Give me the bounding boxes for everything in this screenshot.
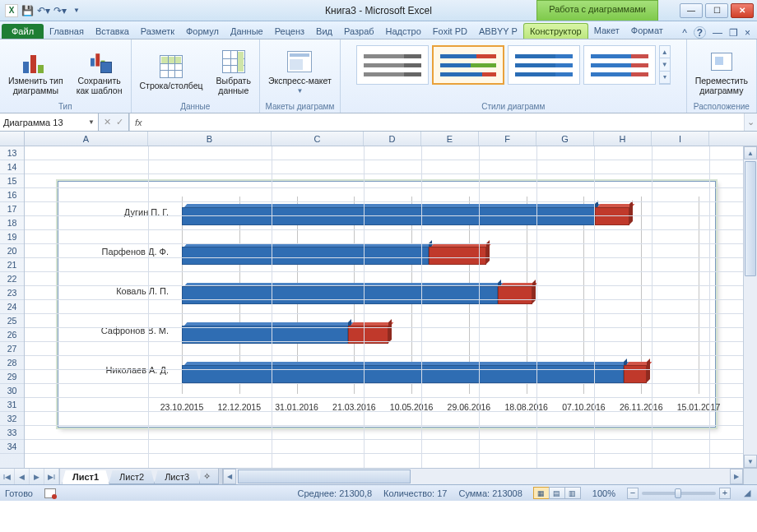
name-box[interactable]: Диаграмма 13 ▼ <box>0 113 99 131</box>
row-header-25[interactable]: 25 <box>0 314 24 328</box>
tab-Формул[interactable]: Формул <box>180 24 225 39</box>
qat-dropdown-icon[interactable]: ▼ <box>69 3 84 18</box>
chart-style-3[interactable] <box>508 45 580 85</box>
row-header-13[interactable]: 13 <box>0 146 24 160</box>
tab-Вставка[interactable]: Вставка <box>90 24 135 39</box>
sheet-tab-Лист1[interactable]: Лист1 <box>62 470 109 484</box>
minimize-ribbon-icon[interactable]: ^ <box>682 27 687 39</box>
view-normal-icon[interactable]: ▦ <box>533 487 550 499</box>
switch-row-column-button[interactable]: Строка/столбец <box>137 52 207 93</box>
zoom-slider-thumb[interactable] <box>675 488 681 498</box>
workbook-close-icon[interactable]: × <box>745 27 750 39</box>
redo-icon[interactable]: ↷▾ <box>53 3 67 18</box>
hscroll-thumb[interactable] <box>238 470 411 483</box>
row-header-31[interactable]: 31 <box>0 398 24 412</box>
row-header-17[interactable]: 17 <box>0 202 24 216</box>
save-icon[interactable]: 💾 <box>20 3 35 18</box>
row-header-33[interactable]: 33 <box>0 426 24 440</box>
tab-Разраб[interactable]: Разраб <box>338 24 380 39</box>
chart-style-4[interactable] <box>583 45 656 85</box>
column-header-D[interactable]: D <box>364 132 421 146</box>
new-sheet-button[interactable]: ✧ <box>199 470 219 484</box>
column-header-E[interactable]: E <box>421 132 479 146</box>
horizontal-scrollbar[interactable]: ◀ ▶ <box>223 469 743 484</box>
tab-Главная[interactable]: Главная <box>44 24 90 39</box>
tab-Конструктор[interactable]: Конструктор <box>523 23 588 39</box>
change-chart-type-button[interactable]: Изменить тип диаграммы <box>5 47 67 97</box>
quick-layout-button[interactable]: Экспресс-макет ▼ <box>265 47 335 96</box>
fx-icon[interactable]: fx <box>135 118 142 127</box>
select-all-corner[interactable] <box>0 132 25 146</box>
vertical-scrollbar[interactable]: ▲ ▼ <box>743 146 757 468</box>
last-sheet-icon[interactable]: ▶I <box>44 469 59 484</box>
column-header-G[interactable]: G <box>536 132 594 146</box>
tab-Макет[interactable]: Макет <box>588 23 625 39</box>
macro-record-icon[interactable] <box>44 488 56 498</box>
row-header-23[interactable]: 23 <box>0 286 24 300</box>
zoom-level[interactable]: 100% <box>592 488 615 498</box>
split-box[interactable] <box>743 469 757 484</box>
workbook-minimize-icon[interactable]: — <box>713 27 722 39</box>
undo-icon[interactable]: ↶▾ <box>36 3 51 18</box>
gallery-up-icon[interactable]: ▲ <box>660 46 670 58</box>
row-header-20[interactable]: 20 <box>0 244 24 258</box>
row-header-27[interactable]: 27 <box>0 342 24 356</box>
expand-formula-bar-icon[interactable]: ⌄ <box>744 113 757 131</box>
row-header-30[interactable]: 30 <box>0 384 24 398</box>
view-page-layout-icon[interactable]: ▤ <box>549 487 565 499</box>
resize-grip-icon[interactable]: ◢ <box>742 488 752 498</box>
tab-Реценз[interactable]: Реценз <box>269 24 310 39</box>
zoom-slider[interactable] <box>642 492 716 495</box>
tab-ABBYY P[interactable]: ABBYY P <box>473 24 523 39</box>
tab-Вид[interactable]: Вид <box>310 24 338 39</box>
chart-style-1[interactable] <box>356 45 429 85</box>
tab-Надстрo[interactable]: Надстрo <box>380 24 427 39</box>
row-header-21[interactable]: 21 <box>0 258 24 272</box>
tab-Foxit PD[interactable]: Foxit PD <box>427 24 473 39</box>
prev-sheet-icon[interactable]: ◀ <box>15 469 30 484</box>
column-header-F[interactable]: F <box>479 132 536 146</box>
row-header-32[interactable]: 32 <box>0 412 24 426</box>
row-header-19[interactable]: 19 <box>0 230 24 244</box>
column-header-B[interactable]: B <box>148 132 272 146</box>
tab-file[interactable]: Файл <box>2 24 44 39</box>
first-sheet-icon[interactable]: I◀ <box>0 469 15 484</box>
vscroll-thumb[interactable] <box>745 161 756 276</box>
gallery-more-icon[interactable]: ▾ <box>660 72 670 84</box>
row-header-28[interactable]: 28 <box>0 356 24 370</box>
formula-bar[interactable]: fx <box>129 113 744 131</box>
scroll-down-icon[interactable]: ▼ <box>744 455 757 468</box>
column-header-A[interactable]: A <box>25 132 148 146</box>
workbook-restore-icon[interactable]: ❐ <box>729 27 738 39</box>
scroll-right-icon[interactable]: ▶ <box>730 469 743 484</box>
tab-Данные[interactable]: Данные <box>225 24 269 39</box>
minimize-button[interactable]: — <box>680 3 703 18</box>
tab-Разметк[interactable]: Разметк <box>135 24 180 39</box>
tab-Формат[interactable]: Формат <box>625 23 669 39</box>
save-as-template-button[interactable]: Сохранить как шаблон <box>73 47 126 97</box>
column-header-H[interactable]: H <box>594 132 652 146</box>
close-button[interactable]: ✕ <box>731 3 754 18</box>
row-header-22[interactable]: 22 <box>0 272 24 286</box>
row-header-16[interactable]: 16 <box>0 188 24 202</box>
maximize-button[interactable]: ☐ <box>705 3 728 18</box>
row-header-26[interactable]: 26 <box>0 328 24 342</box>
row-header-14[interactable]: 14 <box>0 160 24 174</box>
zoom-in-button[interactable]: + <box>719 488 731 499</box>
chart-style-2[interactable] <box>432 45 504 85</box>
name-box-dropdown-icon[interactable]: ▼ <box>88 118 95 126</box>
move-chart-button[interactable]: Переместить диаграмму <box>692 47 751 97</box>
next-sheet-icon[interactable]: ▶ <box>30 469 44 484</box>
row-header-15[interactable]: 15 <box>0 174 24 188</box>
gallery-down-icon[interactable]: ▼ <box>660 58 670 71</box>
zoom-out-button[interactable]: − <box>627 488 639 499</box>
row-header-24[interactable]: 24 <box>0 300 24 314</box>
row-header-34[interactable]: 34 <box>0 440 24 454</box>
sheet-tab-Лист3[interactable]: Лист3 <box>154 470 200 484</box>
column-header-I[interactable]: I <box>652 132 709 146</box>
view-page-break-icon[interactable]: ▥ <box>564 487 581 499</box>
sheet-tab-Лист2[interactable]: Лист2 <box>109 470 155 484</box>
row-header-29[interactable]: 29 <box>0 370 24 384</box>
scroll-left-icon[interactable]: ◀ <box>223 469 236 484</box>
help-icon[interactable]: ? <box>694 26 706 39</box>
